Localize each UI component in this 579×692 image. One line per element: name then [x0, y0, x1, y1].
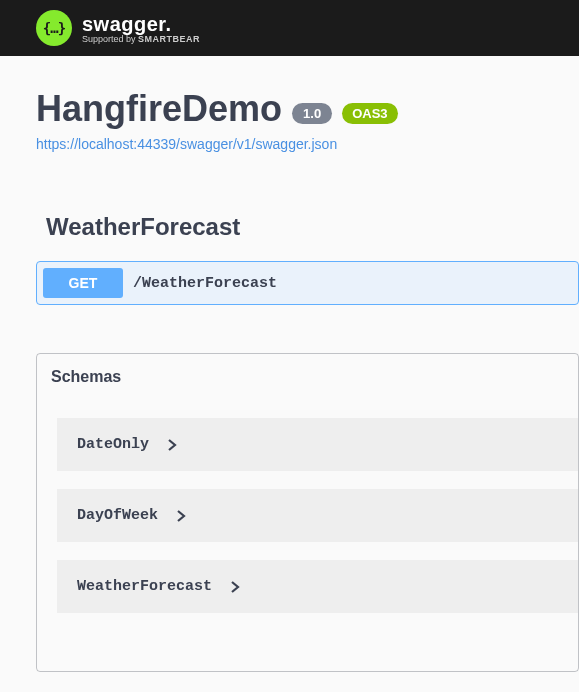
chevron-right-icon	[230, 581, 240, 593]
schema-name: WeatherForecast	[77, 578, 212, 595]
schema-item-dayofweek[interactable]: DayOfWeek	[57, 489, 578, 542]
chevron-right-icon	[167, 439, 177, 451]
supported-by: Supported by SMARTBEAR	[82, 34, 200, 44]
schema-item-weatherforecast[interactable]: WeatherForecast	[57, 560, 578, 613]
version-badge: 1.0	[292, 103, 332, 124]
spec-url-link[interactable]: https://localhost:44339/swagger/v1/swagg…	[36, 136, 337, 152]
operation-get-weatherforecast[interactable]: GET /WeatherForecast	[36, 261, 579, 305]
chevron-right-icon	[176, 510, 186, 522]
oas-badge: OAS3	[342, 103, 397, 124]
operation-path: /WeatherForecast	[133, 275, 277, 292]
swagger-logo-icon: {…}	[36, 10, 72, 46]
schema-name: DateOnly	[77, 436, 149, 453]
schemas-section: Schemas DateOnly DayOfWeek WeatherForeca…	[36, 353, 579, 672]
topbar-inner: {…} swagger. Supported by SMARTBEAR	[0, 10, 579, 46]
topbar: {…} swagger. Supported by SMARTBEAR	[0, 0, 579, 56]
schema-name: DayOfWeek	[77, 507, 158, 524]
tag-section: WeatherForecast GET /WeatherForecast	[36, 213, 579, 305]
schemas-title[interactable]: Schemas	[37, 354, 578, 400]
schema-item-dateonly[interactable]: DateOnly	[57, 418, 578, 471]
brand-name: swagger.	[82, 13, 200, 36]
http-method-badge: GET	[43, 268, 123, 298]
logo-text: swagger. Supported by SMARTBEAR	[82, 13, 200, 44]
api-header: HangfireDemo 1.0 OAS3	[36, 88, 579, 130]
api-title: HangfireDemo	[36, 88, 282, 130]
schemas-body: DateOnly DayOfWeek WeatherForecast	[37, 400, 578, 671]
main-content: HangfireDemo 1.0 OAS3 https://localhost:…	[0, 56, 579, 672]
tag-name[interactable]: WeatherForecast	[36, 213, 579, 249]
